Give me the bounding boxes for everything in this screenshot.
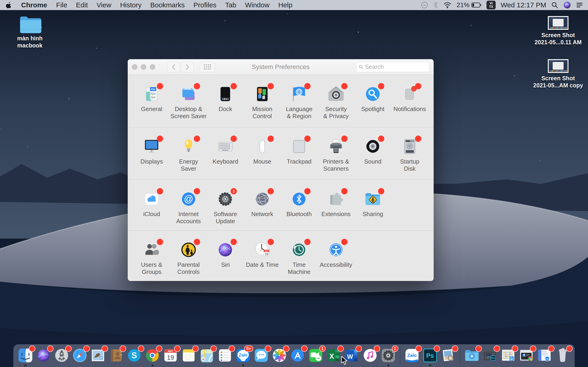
desktop-file-screenshot-1[interactable]: Screen Shot 2021-05...0.11 AM bbox=[528, 16, 588, 46]
pref-item-siri[interactable]: Siri bbox=[207, 231, 244, 281]
apple-menu-icon[interactable] bbox=[4, 2, 17, 8]
pref-item-date-time[interactable]: JUL18 Date & Time bbox=[244, 231, 281, 281]
keyboard-icon bbox=[216, 137, 234, 156]
menu-app-name[interactable]: Chrome bbox=[17, 1, 52, 9]
pref-label: Desktop & Screen Saver bbox=[170, 106, 207, 120]
dock-item-notes[interactable] bbox=[180, 347, 197, 364]
dock-item-mail[interactable] bbox=[90, 347, 106, 364]
dock-item-siri[interactable] bbox=[35, 347, 52, 364]
menu-item-tab[interactable]: Tab bbox=[221, 1, 241, 9]
menu-item-edit[interactable]: Edit bbox=[72, 1, 92, 9]
desktop-folder[interactable]: màn hình macbook bbox=[7, 14, 53, 49]
dock-item-zalo[interactable]: Zalo 5+ bbox=[235, 347, 251, 364]
dock-item-minimized-chrome-window[interactable] bbox=[518, 347, 535, 364]
pref-item-spotlight[interactable]: Spotlight bbox=[355, 75, 391, 127]
notification-badge bbox=[434, 345, 440, 352]
screenshot-thumbnail bbox=[548, 16, 569, 30]
dock-item-preview[interactable] bbox=[440, 347, 457, 364]
show-all-grid-button[interactable] bbox=[200, 62, 215, 72]
pref-item-language-region[interactable]: Language & Region bbox=[281, 75, 318, 127]
pref-item-printers-scanners[interactable]: Printers & Scanners bbox=[318, 127, 355, 180]
pref-item-time-machine[interactable]: Time Machine bbox=[281, 231, 318, 281]
notification-badge bbox=[341, 135, 347, 142]
menu-item-history[interactable]: History bbox=[116, 1, 146, 9]
dock-item-messages[interactable] bbox=[253, 347, 270, 364]
dock-item-safari[interactable] bbox=[71, 347, 88, 364]
dock-item-trash[interactable] bbox=[554, 347, 571, 364]
battery-indicator[interactable]: 21% bbox=[457, 1, 481, 9]
pref-item-accessibility[interactable]: Accessibility bbox=[318, 231, 355, 281]
pref-item-notifications[interactable]: Notifications bbox=[391, 75, 428, 127]
zoom-button[interactable] bbox=[150, 64, 155, 70]
pref-item-mission-control[interactable]: Mission Control bbox=[244, 75, 281, 127]
dock-item-chrome[interactable] bbox=[144, 347, 161, 364]
menu-clock[interactable]: Wed 12:17 PM bbox=[501, 1, 546, 9]
pref-item-sharing[interactable]: Sharing bbox=[355, 180, 391, 230]
dock-item-app-store[interactable] bbox=[289, 347, 306, 364]
dock-item-downloads[interactable] bbox=[464, 347, 480, 364]
menu-item-help[interactable]: Help bbox=[274, 1, 297, 9]
pref-item-bluetooth[interactable]: Bluetooth bbox=[281, 180, 318, 230]
dock-item-system-preferences[interactable]: 1 bbox=[380, 347, 397, 364]
menu-item-bookmarks[interactable]: Bookmarks bbox=[146, 1, 189, 9]
pref-item-internet-accounts[interactable]: @ Internet Accounts bbox=[170, 180, 207, 230]
dock-item-minimized-photoshop-window[interactable]: Ps bbox=[482, 347, 498, 364]
dock-item-facetime[interactable]: 1 bbox=[307, 347, 324, 364]
close-button[interactable] bbox=[132, 64, 137, 70]
pref-item-keyboard[interactable]: Keyboard bbox=[207, 127, 244, 180]
input-method-badge[interactable]: VI TX bbox=[486, 1, 496, 9]
spotlight-search-icon[interactable] bbox=[551, 2, 558, 8]
search-field[interactable] bbox=[356, 62, 430, 72]
dock-item-photoshop[interactable]: Ps bbox=[422, 347, 439, 364]
dock-item-minimized-zalo-window[interactable]: Zalo bbox=[536, 347, 553, 364]
svg-text:S: S bbox=[131, 351, 137, 360]
pref-item-sound[interactable]: Sound bbox=[355, 127, 391, 180]
pref-item-icloud[interactable]: iCloud bbox=[133, 180, 170, 230]
pref-item-dock[interactable]: Dock bbox=[207, 75, 244, 127]
dock-item-microsoft-excel[interactable]: X bbox=[326, 347, 342, 364]
dock-item-photos[interactable] bbox=[271, 347, 288, 364]
pref-item-general[interactable]: FileNewOpe General bbox=[133, 75, 170, 127]
forward-button[interactable] bbox=[181, 62, 194, 72]
dock-item-reminders[interactable] bbox=[216, 347, 233, 364]
dock-item-minimized-finder-window[interactable] bbox=[500, 347, 517, 364]
back-button[interactable] bbox=[167, 62, 180, 72]
siri-menubar-icon[interactable] bbox=[563, 1, 571, 9]
pref-item-network[interactable]: Network bbox=[244, 180, 281, 230]
pref-label: Siri bbox=[221, 261, 230, 268]
dock-item-zalo-recent[interactable]: Zalo bbox=[404, 347, 420, 364]
minimize-button[interactable] bbox=[141, 64, 146, 70]
dock-item-finder[interactable] bbox=[17, 347, 34, 364]
menu-item-profiles[interactable]: Profiles bbox=[189, 1, 221, 9]
dock-item-itunes[interactable] bbox=[362, 347, 379, 364]
pref-item-startup-disk[interactable]: Startup Disk bbox=[391, 127, 428, 180]
dock-item-contacts[interactable] bbox=[108, 347, 124, 364]
pref-item-security-privacy[interactable]: Security & Privacy bbox=[318, 75, 355, 127]
pref-item-extensions[interactable]: Extensions bbox=[318, 180, 355, 230]
menu-item-file[interactable]: File bbox=[52, 1, 71, 9]
search-input[interactable] bbox=[365, 63, 427, 70]
menu-item-view[interactable]: View bbox=[92, 1, 115, 9]
window-titlebar[interactable]: System Preferences bbox=[128, 59, 434, 75]
dock-item-launchpad[interactable] bbox=[53, 347, 70, 364]
pref-item-parental-controls[interactable]: Parental Controls bbox=[170, 231, 207, 281]
pref-item-energy-saver[interactable]: Energy Saver bbox=[170, 127, 207, 180]
dock-item-maps[interactable]: 3D bbox=[199, 347, 215, 364]
dock-item-calendar[interactable]: MAY19 bbox=[162, 347, 179, 364]
pref-item-desktop-screen-saver[interactable]: Desktop & Screen Saver bbox=[170, 75, 207, 127]
wifi-icon[interactable] bbox=[443, 2, 451, 8]
bluetooth-status-icon[interactable] bbox=[433, 2, 438, 8]
creative-cloud-icon[interactable]: ∞ bbox=[421, 1, 428, 9]
pref-label: Bluetooth bbox=[286, 211, 312, 218]
pref-item-mouse[interactable]: Mouse bbox=[244, 127, 281, 180]
pref-item-users-groups[interactable]: Users & Groups bbox=[133, 231, 170, 281]
pref-item-software-update[interactable]: 1 Software Update bbox=[207, 180, 244, 230]
pref-item-trackpad[interactable]: Trackpad bbox=[281, 127, 318, 180]
desktop-file-screenshot-2[interactable]: Screen Shot 2021-05...AM copy bbox=[528, 59, 588, 89]
pref-item-displays[interactable]: Displays bbox=[133, 127, 170, 180]
menu-item-window[interactable]: Window bbox=[241, 1, 274, 9]
pref-label: Mission Control bbox=[252, 106, 272, 120]
dock-item-skype[interactable]: S bbox=[126, 347, 143, 364]
notification-center-icon[interactable] bbox=[576, 2, 583, 8]
notification-badge bbox=[512, 345, 518, 352]
